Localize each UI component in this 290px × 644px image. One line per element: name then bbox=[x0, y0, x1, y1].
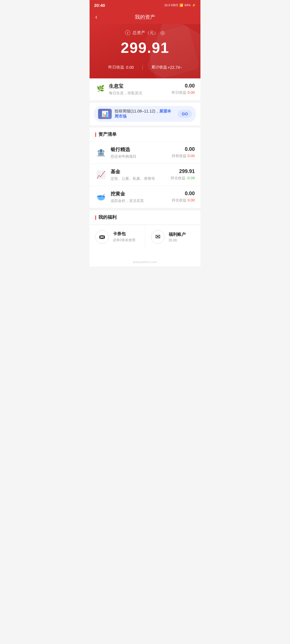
bottom-space bbox=[90, 249, 200, 257]
asset-list-title: 资产清单 bbox=[98, 132, 117, 137]
shengxibao-title: 生息宝 bbox=[109, 83, 168, 89]
bank-income: 持有收益 0.00 bbox=[172, 153, 195, 159]
welfare-item-account[interactable]: ✉ 福利账户 35.00 bbox=[145, 225, 201, 249]
asset-item-gold[interactable]: 🥣 挖黄金 追踪金价，灵活买卖 0.00 持仓收益 0.00 bbox=[90, 186, 200, 208]
total-amount: 299.91 bbox=[90, 39, 200, 56]
asset-item-fund[interactable]: 📈 基金 定投、公募、私募、券商等 299.91 持仓收益 -0.09 bbox=[90, 164, 200, 186]
welfare-account-name: 福利账户 bbox=[169, 232, 195, 237]
shengxibao-income-label: 昨日收益 bbox=[172, 90, 187, 95]
coupon-desc: 还有0张未使用 bbox=[113, 238, 139, 243]
page-header: ‹ 我的资产 bbox=[90, 10, 200, 24]
shengxibao-income-value: 0.00 bbox=[188, 90, 195, 95]
cumulative-value: +22.74 bbox=[168, 65, 180, 70]
shengxibao-section[interactable]: 🌿 生息宝 每日生息，存取灵活 0.00 昨日收益 0.00 bbox=[90, 78, 200, 100]
bank-info: 银行精选 您还未申购项目 bbox=[111, 146, 168, 159]
banner-text: 投研周报(11.08–11.12)，展望本周市场 bbox=[115, 109, 175, 119]
watermark: www.jiashou.com bbox=[90, 257, 200, 266]
yesterday-value: 0.00 bbox=[126, 65, 134, 70]
fund-amount: 299.91 bbox=[171, 168, 195, 174]
welfare-item-coupon[interactable]: 🎟 卡券包 还有0张未使用 bbox=[90, 225, 145, 249]
fund-right: 299.91 持仓收益 -0.09 bbox=[171, 168, 195, 181]
coupon-name: 卡券包 bbox=[113, 231, 139, 237]
bank-name: 银行精选 bbox=[111, 146, 168, 153]
status-bar: 20:40 16.0 KB/S 📶 64% ⚡ bbox=[90, 0, 200, 10]
banner-main-text: 投研周报(11.08–11.12)， bbox=[115, 109, 159, 113]
banner-go-button[interactable]: GO bbox=[178, 110, 192, 118]
fund-name: 基金 bbox=[111, 168, 167, 175]
welfare-account-icon: ✉ bbox=[151, 230, 165, 244]
banner-inner[interactable]: 📊 投研周报(11.08–11.12)，展望本周市场 GO bbox=[94, 106, 196, 122]
shengxibao-info: 生息宝 每日生息，存取灵活 bbox=[109, 83, 168, 96]
banner-image-icon: 📊 bbox=[98, 109, 112, 119]
welfare-grid: 🎟 卡券包 还有0张未使用 ✉ 福利账户 35.00 bbox=[90, 225, 200, 249]
bank-amount: 0.00 bbox=[172, 146, 195, 152]
gold-income: 持仓收益 0.00 bbox=[172, 198, 195, 203]
bank-icon: 🏦 bbox=[95, 147, 107, 158]
yesterday-income: 昨日收益 0.00 bbox=[100, 65, 142, 70]
gold-income-label: 持仓收益 bbox=[172, 198, 187, 202]
network-speed: 16.0 KB/S bbox=[164, 3, 178, 7]
shengxibao-right: 0.00 昨日收益 0.00 bbox=[172, 83, 195, 95]
bank-income-value: 0.00 bbox=[188, 154, 195, 158]
bank-right: 0.00 持有收益 0.00 bbox=[172, 146, 195, 159]
total-label-text: 总资产（元） bbox=[132, 30, 158, 36]
bank-income-label: 持有收益 bbox=[172, 154, 187, 158]
chevron-right-icon: › bbox=[181, 65, 182, 69]
shengxibao-amount: 0.00 bbox=[172, 83, 195, 89]
banner-section: 📊 投研周报(11.08–11.12)，展望本周市场 GO bbox=[90, 103, 200, 125]
asset-list: 🏦 银行精选 您还未申购项目 0.00 持有收益 0.00 📈 基金 定投、公募… bbox=[90, 142, 200, 208]
fund-income: 持仓收益 -0.09 bbox=[171, 176, 195, 181]
coupon-info: 卡券包 还有0张未使用 bbox=[113, 231, 139, 243]
fund-info: 基金 定投、公募、私募、券商等 bbox=[111, 168, 167, 181]
fund-income-value: -0.09 bbox=[186, 176, 195, 180]
income-row: 昨日收益 0.00 累计收益 +22.74 › bbox=[90, 65, 200, 70]
gold-income-value: 0.00 bbox=[188, 198, 195, 202]
shengxibao-income: 昨日收益 0.00 bbox=[172, 90, 195, 95]
asset-item-bank[interactable]: 🏦 银行精选 您还未申购项目 0.00 持有收益 0.00 bbox=[90, 142, 200, 164]
page-title: 我的资产 bbox=[135, 14, 155, 20]
fund-income-label: 持仓收益 bbox=[171, 176, 185, 180]
shengxibao-icon: 🌿 bbox=[95, 84, 105, 94]
status-time: 20:40 bbox=[94, 3, 105, 8]
hero-section: i 总资产（元） ◎ 299.91 昨日收益 0.00 累计收益 +22.74 … bbox=[90, 24, 200, 78]
gold-desc: 追踪金价，灵活买卖 bbox=[111, 198, 168, 203]
welfare-title: 我的福利 bbox=[98, 214, 117, 220]
battery-icon: 64% bbox=[185, 3, 191, 7]
welfare-section: 我的福利 🎟 卡券包 还有0张未使用 ✉ 福利账户 35.00 bbox=[90, 211, 200, 249]
welfare-header: 我的福利 bbox=[90, 211, 200, 225]
gold-info: 挖黄金 追踪金价，灵活买卖 bbox=[111, 191, 168, 203]
gold-name: 挖黄金 bbox=[111, 191, 168, 197]
total-label-row: i 总资产（元） ◎ bbox=[90, 30, 200, 36]
bank-desc: 您还未申购项目 bbox=[111, 154, 168, 159]
back-button[interactable]: ‹ bbox=[95, 13, 97, 21]
welfare-account-value: 35.00 bbox=[169, 238, 195, 242]
cumulative-label: 累计收益 bbox=[151, 65, 167, 70]
fund-desc: 定投、公募、私募、券商等 bbox=[111, 176, 167, 181]
asset-list-header: 资产清单 bbox=[90, 128, 200, 141]
info-icon[interactable]: i bbox=[125, 30, 130, 35]
yesterday-label: 昨日收益 bbox=[108, 65, 124, 70]
charge-icon: ⚡ bbox=[192, 3, 196, 7]
fund-icon: 📈 bbox=[95, 169, 107, 180]
eye-icon[interactable]: ◎ bbox=[160, 30, 165, 36]
cumulative-income[interactable]: 累计收益 +22.74 › bbox=[143, 65, 190, 70]
gold-icon: 🥣 bbox=[95, 191, 107, 203]
wifi-icon: 📶 bbox=[179, 3, 183, 7]
gold-right: 0.00 持仓收益 0.00 bbox=[172, 191, 195, 203]
welfare-account-info: 福利账户 35.00 bbox=[169, 232, 195, 242]
shengxibao-desc: 每日生息，存取灵活 bbox=[109, 91, 168, 96]
gold-amount: 0.00 bbox=[172, 191, 195, 197]
coupon-icon: 🎟 bbox=[95, 230, 109, 244]
status-icons: 16.0 KB/S 📶 64% ⚡ bbox=[164, 3, 196, 7]
